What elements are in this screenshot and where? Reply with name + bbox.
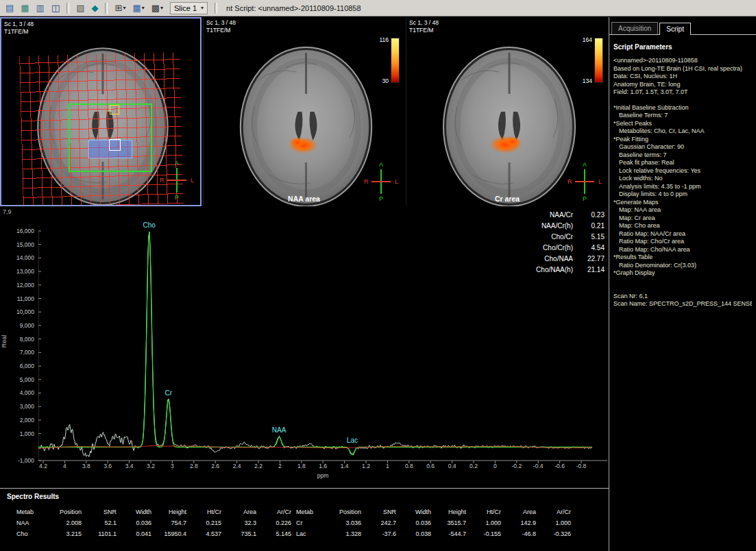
metabolite-map-overlay <box>504 136 521 147</box>
scan-label: Sc 1, 3 / 48 <box>206 19 236 27</box>
result-cell: 1.000 <box>467 517 502 528</box>
script-param-line: *Select Peaks <box>613 120 752 128</box>
tab-acquisition[interactable]: Acquisition <box>611 22 658 34</box>
script-param-line: *Initial Baseline Subtraction <box>613 104 752 112</box>
column-header: SNR <box>363 506 398 517</box>
result-cell: 0.038 <box>398 528 432 539</box>
column-header: Ht/Cr <box>188 506 223 517</box>
script-param-line: Display limits: 4 to 0 ppm <box>613 191 752 199</box>
load-study-icon: ▦ <box>21 3 29 12</box>
script-param-line: Ratio Map: Cho/Cr area <box>613 238 752 246</box>
ratio-label: Cho/NAA(h) <box>536 265 573 276</box>
result-cell: 1.328 <box>328 528 363 539</box>
script-param-line: Map: Cho area <box>613 222 752 230</box>
save-results-icon[interactable]: ▥ <box>34 1 47 15</box>
peak-label: NAA <box>272 426 286 434</box>
layout-matrix-icon[interactable]: ▩▾ <box>149 1 166 15</box>
annotate-icon: ▧ <box>76 3 84 12</box>
script-parameters-panel: Script Parameters <unnamed>-20110809-110… <box>609 35 756 308</box>
result-cell: -0.326 <box>537 528 572 539</box>
script-param-line: Scan Nr: 6,1 <box>613 293 752 301</box>
y-tick-label: 8,000 <box>4 336 34 343</box>
toolbar-icons: ▤▦▥◫▧◆⊞▾▦▾▩▾ <box>2 1 167 15</box>
sidebar: Acquisition Script Script Parameters <un… <box>609 17 756 551</box>
dropdown-arrow-icon: ▾ <box>160 5 163 11</box>
compass-right-label: R <box>364 178 369 185</box>
scan-label: Sc 1, 3 / 48 <box>4 21 34 28</box>
ratio-readout: NAA/Cr0.23NAA/Cr(h)0.21Cho/Cr5.15Cho/Cr(… <box>536 210 605 276</box>
peak-label: Cho <box>143 221 156 229</box>
sequence-label: T1TFE/M <box>4 28 34 36</box>
result-cell: -37.6 <box>363 528 398 539</box>
script-param-line <box>613 97 752 104</box>
column-header: Metab <box>11 506 48 517</box>
script-param-line: Baseline terms: 7 <box>613 151 752 160</box>
script-param-line: Baseline Terms: 7 <box>613 112 752 120</box>
layout-single-icon[interactable]: ⊞▾ <box>112 1 128 15</box>
spectrum-plot[interactable]: ChoCrNAALac <box>38 206 607 478</box>
education-icon[interactable]: ◆ <box>88 1 101 15</box>
script-param-line: Ratio Map: NAA/Cr area <box>613 230 752 238</box>
column-header: Metab <box>291 506 328 517</box>
result-cell: 0.226 <box>258 517 293 528</box>
ratio-label: Cho/NAA <box>544 254 573 265</box>
column-header: Ar/Cr <box>537 506 572 517</box>
column-header: Width <box>398 506 432 517</box>
y-axis-title: Real <box>1 331 8 352</box>
image-panel-naa-map[interactable]: 116 30 Sc 1, 3 / 48 T1TFE/M NAA area A P… <box>203 17 404 206</box>
result-cell: 1.000 <box>537 517 572 528</box>
load-study-icon[interactable]: ▦ <box>18 1 32 15</box>
result-cell: 32.3 <box>223 517 258 528</box>
ratio-label: NAA/Cr(h) <box>541 221 573 232</box>
compass-anterior-label: A <box>379 161 383 168</box>
layout-grid-icon[interactable]: ▦▾ <box>130 1 147 15</box>
annotate-icon[interactable]: ▧ <box>73 1 87 15</box>
layout-single-icon: ⊞ <box>114 3 122 12</box>
export-icon[interactable]: ◫ <box>49 1 62 15</box>
spectrum-panel[interactable]: 7,9 Real 16,00015,00014,00013,00012,0001… <box>0 206 609 488</box>
layout-grid-icon: ▦ <box>132 3 141 12</box>
image-annotation: Sc 1, 3 / 48 T1TFE/M <box>409 19 439 34</box>
orientation-compass: A P R L <box>367 163 395 200</box>
spectrum-trace <box>38 232 592 456</box>
result-cell: -544.7 <box>432 528 467 539</box>
toolbar-separator <box>105 3 108 14</box>
script-param-line: Peak fit phase: Real <box>613 159 752 167</box>
result-row: Cr3.036242.70.0363515.71.000142.91.000 <box>291 517 572 528</box>
results-section: Spectro Results MetabPositionSNRWidthHei… <box>0 488 609 551</box>
results-table-right: MetabPositionSNRWidthHeightHt/CrAreaAr/C… <box>291 506 572 539</box>
fitted-peaks-trace <box>38 232 592 454</box>
compass-left-label: L <box>191 177 194 184</box>
ratio-row: Cho/Cr5.15 <box>536 232 605 243</box>
script-param-line: Map: NAA area <box>613 206 752 215</box>
image-panel-cr-map[interactable]: 164 134 Sc 1, 3 / 48 T1TFE/M Cr area A P… <box>406 17 608 206</box>
script-param-line: Gaussian Character: 90 <box>613 143 752 151</box>
colorbar-min-value: 134 <box>583 77 592 84</box>
compass-left-label: L <box>598 178 602 185</box>
new-analysis-icon[interactable]: ▤ <box>3 1 16 15</box>
script-param-line: Anatomy Brain, TE: long <box>613 81 752 89</box>
script-param-line: <unnamed>-20110809-110858 <box>613 57 752 65</box>
script-param-line <box>613 285 752 293</box>
script-param-line: *Peak Fitting <box>613 136 752 144</box>
y-tick-label: 1,000 <box>4 430 34 437</box>
result-row: Cho3.2151101.10.04115950.44.537735.15.14… <box>11 528 293 539</box>
script-param-line: *Results Table <box>613 254 752 262</box>
dropdown-arrow-icon: ▾ <box>123 5 125 11</box>
result-row: Lac1.328-37.60.038-544.7-0.155-46.8-0.32… <box>291 528 572 539</box>
dropdown-arrow-icon: ▾ <box>142 5 145 11</box>
tab-script[interactable]: Script <box>659 23 691 35</box>
education-icon: ◆ <box>91 3 98 12</box>
script-param-line: Lock widths: No <box>613 175 752 183</box>
y-tick-label: 12,000 <box>4 282 34 289</box>
reference-voxel-box <box>110 105 119 114</box>
image-panel-csi-grid[interactable]: Sc 1, 3 / 48 T1TFE/M A P R L <box>0 17 202 206</box>
save-results-icon: ▥ <box>36 3 45 12</box>
script-param-line: *Generate Maps <box>613 199 752 207</box>
metabolite-map-overlay <box>290 137 305 148</box>
slice-selector[interactable]: Slice 1 ▾ <box>170 2 208 14</box>
column-header: Height <box>432 506 467 517</box>
slice-selector-value: Slice 1 <box>174 4 197 12</box>
colorbar <box>594 38 603 83</box>
result-cell: 242.7 <box>363 517 398 528</box>
